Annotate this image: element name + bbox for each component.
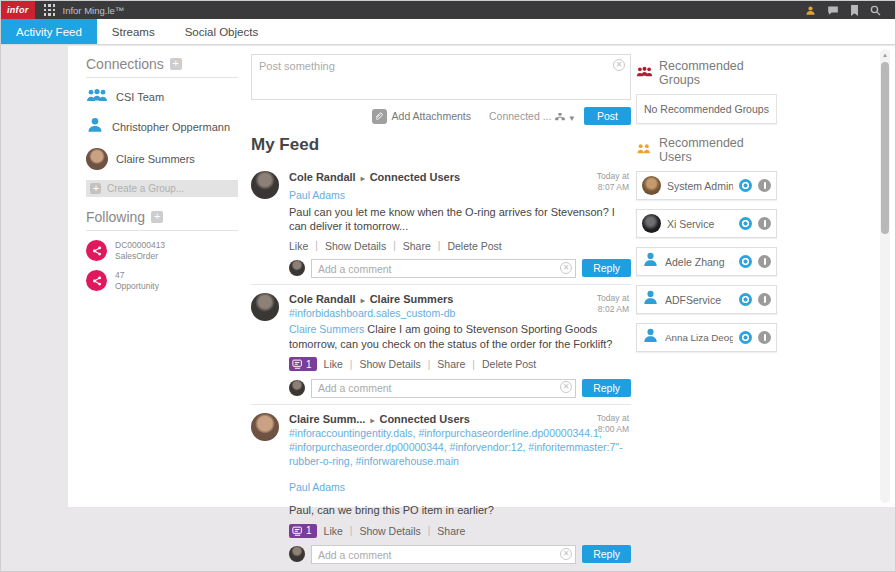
share-count-badge[interactable]: 1 (289, 524, 317, 538)
user-name: Xi Service (667, 218, 733, 230)
audience-name[interactable]: Connected Users (379, 413, 469, 425)
post-actions: Like Show Details Share Delete Post (289, 240, 631, 252)
info-icon[interactable] (758, 331, 771, 344)
info-icon[interactable] (758, 179, 771, 192)
recommended-user-card[interactable]: Xi Service (636, 209, 777, 238)
add-connection-icon[interactable] (170, 58, 182, 70)
add-following-icon[interactable] (151, 211, 163, 223)
author-name[interactable]: Claire Summ... (289, 413, 365, 425)
post-button[interactable]: Post (584, 107, 631, 125)
post-tags[interactable]: #inforaccountingentity.dals, #inforpurch… (289, 426, 631, 469)
scrollbar[interactable] (880, 49, 890, 503)
tab-social-objects[interactable]: Social Objects (170, 19, 274, 44)
avatar[interactable] (251, 293, 279, 321)
reply-button[interactable]: Reply (582, 545, 631, 563)
topbar: infor Infor Ming.le™ (1, 1, 895, 19)
audience-dropdown[interactable]: Connected ... (489, 107, 574, 125)
infor-logo[interactable]: infor (1, 1, 35, 19)
connection-name: Christopher Oppermann (112, 121, 230, 133)
follow-icon[interactable] (739, 217, 752, 230)
audience-name[interactable]: Claire Summers (370, 293, 454, 305)
recommended-user-card[interactable]: Adele Zhang (636, 247, 777, 276)
connection-item-claire[interactable]: Claire Summers (86, 148, 238, 170)
reply-button[interactable]: Reply (582, 379, 631, 397)
delete-post-link[interactable]: Delete Post (447, 240, 501, 252)
post-timestamp: Today at8:07 AM (597, 171, 629, 193)
arrow-right-icon (370, 413, 374, 425)
recommendations-sidebar: Recommended Groups No Recommended Groups… (636, 56, 777, 361)
follow-icon[interactable] (739, 179, 752, 192)
audience-name[interactable]: Connected Users (370, 171, 460, 183)
avatar (642, 214, 661, 233)
connections-header: Connections (86, 56, 238, 78)
show-details-link[interactable]: Show Details (359, 525, 420, 537)
feed-column: Add Attachments Connected ... Post My Fe… (251, 54, 631, 572)
comment-input[interactable] (311, 379, 576, 398)
arrow-right-icon (361, 171, 365, 183)
create-group-button[interactable]: Create a Group... (86, 180, 238, 197)
tab-streams[interactable]: Streams (97, 19, 170, 44)
search-icon[interactable] (870, 5, 881, 16)
post-input[interactable] (252, 55, 630, 99)
user-icon[interactable] (805, 5, 816, 16)
avatar (289, 260, 305, 276)
comment-row: Reply (289, 545, 631, 565)
post-timestamp: Today at8:00 AM (597, 413, 629, 435)
following-label: 47 Opportunity (115, 270, 159, 291)
like-link[interactable]: Like (289, 240, 308, 252)
person-icon (86, 116, 104, 138)
post-composer (251, 54, 631, 100)
chat-icon[interactable] (827, 5, 839, 16)
connection-name: Claire Summers (116, 153, 195, 165)
following-item-salesorder[interactable]: DC00000413 SalesOrder (86, 240, 238, 261)
bookmark-icon[interactable] (850, 5, 859, 16)
user-name: System Admin 0 (667, 180, 733, 192)
app-grid-icon[interactable] (44, 4, 56, 16)
avatar[interactable] (251, 413, 279, 441)
reply-button[interactable]: Reply (582, 259, 631, 277)
like-link[interactable]: Like (324, 358, 343, 370)
close-icon[interactable] (560, 262, 572, 274)
share-link[interactable]: Share (437, 358, 465, 370)
post-tags[interactable]: #inforbidashboard.sales_custom-db (289, 306, 631, 320)
recommended-user-card[interactable]: System Admin 0 (636, 171, 777, 200)
recommended-user-card[interactable]: ADFService (636, 285, 777, 314)
following-item-opportunity[interactable]: 47 Opportunity (86, 270, 238, 291)
group-icon (86, 88, 108, 106)
delete-post-link[interactable]: Delete Post (482, 358, 536, 370)
show-details-link[interactable]: Show Details (325, 240, 386, 252)
share-link[interactable]: Share (403, 240, 431, 252)
like-link[interactable]: Like (324, 525, 343, 537)
follow-icon[interactable] (739, 293, 752, 306)
add-attachments-button[interactable]: Add Attachments (372, 109, 471, 124)
info-icon[interactable] (758, 217, 771, 230)
plus-icon (90, 183, 101, 194)
mention-link[interactable]: Paul Adams (289, 481, 345, 493)
share-count-badge[interactable]: 1 (289, 357, 317, 371)
app-window: infor Infor Ming.le™ Activity Feed Strea… (0, 0, 896, 572)
mention-link[interactable]: Claire Summers (289, 323, 364, 335)
tab-activity-feed[interactable]: Activity Feed (1, 19, 97, 44)
close-icon[interactable] (613, 59, 625, 71)
connection-item-christopher[interactable]: Christopher Oppermann (86, 116, 238, 138)
follow-icon[interactable] (739, 331, 752, 344)
post-actions: 1 Like Show Details Share Delete Post (289, 357, 631, 371)
post-author-line: Cole Randall Connected Users (289, 171, 631, 183)
recommended-user-card[interactable]: Anna Liza Deogracias (636, 323, 777, 352)
avatar[interactable] (251, 171, 279, 199)
scroll-up-icon[interactable] (880, 50, 890, 60)
follow-icon[interactable] (739, 255, 752, 268)
connection-item-csi-team[interactable]: CSI Team (86, 88, 238, 106)
post-timestamp: Today at8:02 AM (597, 293, 629, 315)
mention-link[interactable]: Paul Adams (289, 189, 345, 201)
scrollbar-thumb[interactable] (881, 62, 889, 234)
info-icon[interactable] (758, 255, 771, 268)
comment-input[interactable] (311, 259, 576, 278)
show-details-link[interactable]: Show Details (359, 358, 420, 370)
share-link[interactable]: Share (437, 525, 465, 537)
author-name[interactable]: Cole Randall (289, 293, 356, 305)
close-icon[interactable] (560, 548, 572, 560)
author-name[interactable]: Cole Randall (289, 171, 356, 183)
info-icon[interactable] (758, 293, 771, 306)
comment-input[interactable] (311, 545, 576, 564)
